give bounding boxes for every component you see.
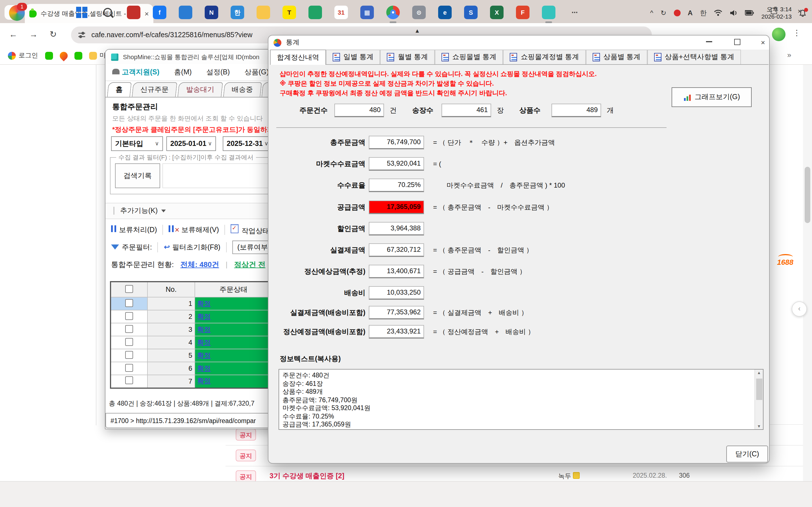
- menu-item[interactable]: 상품(G): [245, 68, 269, 77]
- row-checkbox[interactable]: [125, 325, 133, 333]
- filter-reset-button[interactable]: ↩필터초기화(F8): [164, 242, 220, 252]
- bookmark-item[interactable]: [45, 52, 53, 59]
- taskbar-icon-red-app[interactable]: [125, 4, 142, 21]
- date-from-select[interactable]: 2025-01-01∨: [166, 136, 216, 151]
- amount-input[interactable]: 53,920,041: [369, 157, 424, 171]
- taskbar-icon-navy-app[interactable]: N: [203, 4, 220, 21]
- notification-bell-icon[interactable]: [799, 9, 806, 17]
- filter-type-select[interactable]: 기본타입∨: [111, 136, 163, 151]
- menu-item[interactable]: 고객지원(S): [112, 68, 159, 77]
- battery-icon[interactable]: [745, 10, 754, 16]
- scrollbar-thumb[interactable]: [805, 167, 810, 223]
- stats-tab-7[interactable]: 상품+선택사항별 통계: [647, 50, 741, 64]
- volume-icon[interactable]: [730, 10, 738, 16]
- order-status-cell[interactable]: 확정: [195, 362, 272, 375]
- hold-button[interactable]: 보류처리(D): [111, 225, 157, 235]
- row-checkbox[interactable]: [125, 338, 133, 346]
- dialog-maximize-button[interactable]: [728, 37, 746, 48]
- bookmarks-overflow-icon[interactable]: »: [787, 51, 791, 59]
- taskbar-icon-green-doc[interactable]: [307, 4, 324, 21]
- dialog-titlebar[interactable]: 통계: [268, 36, 769, 50]
- amount-input[interactable]: 67,320,712: [369, 243, 424, 257]
- row-checkbox[interactable]: [125, 363, 133, 372]
- search-history-button[interactable]: 검색기록: [115, 163, 160, 188]
- status-link[interactable]: 확정: [197, 351, 211, 359]
- back-button[interactable]: ←: [9, 29, 17, 39]
- settings-gear-icon[interactable]: ⊙: [410, 4, 427, 21]
- menu-item[interactable]: 홈(M): [174, 68, 192, 77]
- amount-input[interactable]: 77,353,962: [369, 306, 424, 320]
- row-checkbox[interactable]: [125, 312, 133, 320]
- wifi-icon[interactable]: [714, 10, 723, 16]
- stats-tab-6[interactable]: 상품별 통계: [586, 50, 647, 64]
- taskbar-icon-hancom[interactable]: 한: [229, 4, 246, 21]
- order-status-cell[interactable]: 확정: [195, 297, 272, 310]
- taskbar-overflow-icon[interactable]: ⋯: [566, 4, 583, 21]
- calendar-icon[interactable]: 31: [333, 4, 350, 21]
- excel-icon[interactable]: X: [488, 4, 505, 21]
- status-link[interactable]: 확정: [197, 364, 211, 372]
- status-link[interactable]: 확정: [197, 299, 211, 307]
- count-input[interactable]: 461: [442, 104, 491, 117]
- status-link[interactable]: 확정: [197, 313, 211, 320]
- row-checkbox[interactable]: [125, 299, 133, 307]
- browser-menu-icon[interactable]: ⋮: [793, 28, 801, 37]
- status-link[interactable]: 확정: [197, 338, 211, 346]
- order-status-cell[interactable]: 확정: [195, 310, 272, 323]
- info-textarea[interactable]: 주문건수: 480건 송장수: 461장 상품수: 489개 총주문금액: 76…: [278, 369, 763, 430]
- start-button[interactable]: [73, 4, 90, 21]
- tray-chevron-up[interactable]: ^: [650, 9, 653, 17]
- taskbar-icon-blue-app[interactable]: [177, 4, 194, 21]
- taskbar-clock[interactable]: 오후 3:14 2026-02-13: [762, 6, 792, 20]
- status-link[interactable]: 확정: [197, 325, 211, 333]
- amount-input[interactable]: 3,964,388: [369, 222, 424, 235]
- amount-input[interactable]: 13,400,671: [369, 265, 424, 278]
- amount-input[interactable]: 70.25%: [369, 179, 424, 192]
- forward-button[interactable]: →: [29, 29, 38, 39]
- count-input[interactable]: 480: [335, 104, 384, 117]
- amount-input[interactable]: 23,433,921: [369, 325, 424, 339]
- edge-icon[interactable]: e: [437, 4, 453, 21]
- close-button[interactable]: 닫기(C): [726, 446, 768, 462]
- bookmark-item[interactable]: [74, 52, 82, 59]
- chrome-icon[interactable]: [385, 4, 402, 21]
- post-author[interactable]: 녹두: [558, 472, 580, 481]
- unhold-button[interactable]: ✕보류해제(V): [169, 225, 219, 235]
- kakaotalk-icon[interactable]: T: [281, 4, 298, 21]
- taskbar-widget-icon[interactable]: 1: [9, 5, 25, 21]
- search-icon[interactable]: [99, 4, 116, 21]
- dialog-minimize-button[interactable]: [700, 37, 717, 48]
- profile-avatar[interactable]: [772, 27, 785, 41]
- ime-korean-indicator[interactable]: 한: [700, 8, 707, 18]
- tab-3[interactable]: 발송대기: [177, 82, 223, 98]
- taskbar-icon-blue-f[interactable]: f: [151, 4, 168, 21]
- row-checkbox[interactable]: [125, 377, 133, 385]
- post-title-link[interactable]: 3기 수강생 매출인증 [2]: [269, 471, 344, 481]
- tab-2[interactable]: 신규주문: [132, 82, 177, 98]
- order-status-cell[interactable]: 확정: [195, 375, 272, 388]
- menu-item[interactable]: 설정(B): [206, 68, 230, 77]
- tray-refresh-icon[interactable]: ↻: [661, 9, 666, 17]
- stats-tab-3[interactable]: 월별 통계: [380, 50, 435, 64]
- bookmark-item[interactable]: [59, 52, 67, 59]
- tab-1[interactable]: 홈: [107, 82, 132, 98]
- row-checkbox[interactable]: [125, 351, 133, 358]
- taskbar-icon-blue-grid[interactable]: ▦: [359, 4, 375, 21]
- amount-input[interactable]: 10,033,250: [369, 286, 424, 300]
- textarea-scrollbar[interactable]: ▲ ▼: [755, 370, 763, 429]
- download-arrow-icon[interactable]: ▲: [414, 27, 420, 34]
- dialog-close-icon[interactable]: ×: [755, 37, 771, 48]
- date-to-select[interactable]: 2025-12-31∨: [223, 136, 272, 151]
- sidebar-collapse-button[interactable]: ‹: [792, 301, 807, 317]
- tab-4[interactable]: 배송중: [223, 82, 261, 98]
- stats-tab-1[interactable]: 합계정산내역: [270, 50, 326, 65]
- order-status-cell[interactable]: 확정: [195, 323, 272, 336]
- stats-tab-5[interactable]: 쇼핑몰계정별 통계: [503, 50, 586, 64]
- count-input[interactable]: 489: [552, 104, 601, 117]
- stats-tab-2[interactable]: 일별 통계: [326, 50, 380, 64]
- shopmine-cube-icon[interactable]: [540, 4, 557, 21]
- file-explorer-icon[interactable]: [255, 4, 272, 21]
- textarea-scrollbar-thumb[interactable]: [756, 379, 762, 400]
- page-scrollbar[interactable]: [803, 65, 812, 481]
- status-link[interactable]: 확정: [197, 377, 211, 385]
